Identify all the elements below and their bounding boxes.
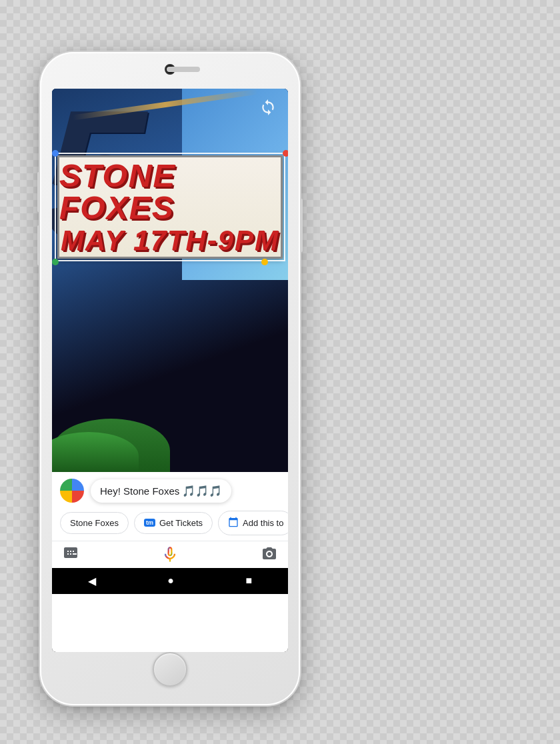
camera-view: 5 STONE FOXES MAY 17TH-9PM <box>52 89 288 472</box>
add-to-calendar-button[interactable]: Add this to <box>218 511 288 535</box>
ticketmaster-icon: tm <box>144 519 155 527</box>
microphone-icon[interactable] <box>161 545 179 564</box>
action-buttons-row: Stone Foxes tm Get Tickets Add this to <box>52 508 288 541</box>
assistant-bubble: Hey! Stone Foxes 🎵🎵🎵 <box>91 479 231 503</box>
keyboard-button[interactable] <box>63 546 79 563</box>
stone-foxes-button[interactable]: Stone Foxes <box>60 512 129 534</box>
input-bar <box>52 541 288 568</box>
phone-mockup: 5 STONE FOXES MAY 17TH-9PM <box>40 52 300 705</box>
volume-down-button[interactable] <box>37 225 40 265</box>
volume-up-button[interactable] <box>37 172 40 212</box>
get-tickets-label: Get Tickets <box>159 518 203 528</box>
selection-corner-top-right <box>283 150 288 157</box>
stone-foxes-label: Stone Foxes <box>70 518 119 528</box>
assistant-area: Hey! Stone Foxes 🎵🎵🎵 <box>52 472 288 508</box>
add-to-label: Add this to <box>243 518 283 528</box>
assistant-text: Hey! Stone Foxes <box>100 485 179 497</box>
lens-camera-button[interactable] <box>261 546 277 563</box>
google-assistant-icon <box>60 479 85 504</box>
back-nav-button[interactable]: ◀ <box>75 572 109 590</box>
phone-screen: 5 STONE FOXES MAY 17TH-9PM <box>52 89 288 652</box>
get-tickets-button[interactable]: tm Get Tickets <box>134 512 213 534</box>
bottom-ui-panel: Hey! Stone Foxes 🎵🎵🎵 Stone Foxes tm Get … <box>52 472 288 652</box>
recents-nav-button[interactable]: ■ <box>233 572 266 589</box>
rotate-camera-button[interactable] <box>256 95 280 119</box>
text-selection-overlay <box>55 153 285 261</box>
music-notes-icon: 🎵🎵🎵 <box>182 485 222 497</box>
google-color-dots <box>60 479 84 503</box>
mic-area <box>79 545 261 564</box>
selection-corner-top-left <box>52 150 59 157</box>
home-nav-button[interactable]: ● <box>154 572 187 589</box>
selection-corner-bottom-left <box>52 259 59 265</box>
calendar-icon <box>228 517 239 529</box>
home-button[interactable] <box>153 652 187 687</box>
power-button[interactable] <box>300 199 303 252</box>
bushes-inner <box>52 432 139 472</box>
earpiece <box>167 67 200 72</box>
selection-corner-bottom-right <box>261 259 268 265</box>
android-navigation-bar: ◀ ● ■ <box>52 568 288 594</box>
